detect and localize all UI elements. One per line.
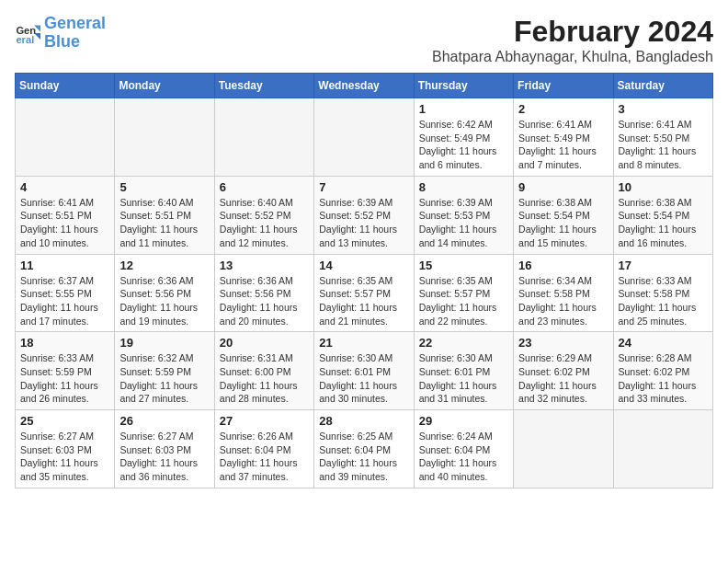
day-number: 20: [220, 336, 309, 350]
day-number: 5: [119, 180, 209, 194]
calendar-cell: [16, 98, 115, 177]
calendar-cell: 24Sunrise: 6:28 AM Sunset: 6:02 PM Dayli…: [613, 332, 712, 410]
day-number: 26: [119, 414, 209, 428]
day-number: 14: [319, 259, 408, 272]
day-number: 1: [419, 102, 508, 116]
title-block: February 2024 Bhatpara Abhaynagar, Khuln…: [432, 15, 713, 65]
calendar-cell: 23Sunrise: 6:29 AM Sunset: 6:02 PM Dayli…: [514, 332, 613, 410]
day-info: Sunrise: 6:30 AM Sunset: 6:01 PM Dayligh…: [419, 351, 508, 406]
calendar-cell: 19Sunrise: 6:32 AM Sunset: 5:59 PM Dayli…: [115, 332, 214, 410]
calendar-cell: 16Sunrise: 6:34 AM Sunset: 5:58 PM Dayli…: [514, 254, 613, 332]
header-sunday: Sunday: [16, 74, 115, 98]
day-number: 11: [20, 259, 109, 272]
calendar-cell: 29Sunrise: 6:24 AM Sunset: 6:04 PM Dayli…: [414, 410, 513, 488]
day-info: Sunrise: 6:35 AM Sunset: 5:57 PM Dayligh…: [319, 274, 408, 328]
calendar-week-1: 1Sunrise: 6:42 AM Sunset: 5:49 PM Daylig…: [16, 98, 713, 177]
calendar-cell: 18Sunrise: 6:33 AM Sunset: 5:59 PM Dayli…: [16, 332, 115, 410]
calendar-header: Sunday Monday Tuesday Wednesday Thursday…: [16, 74, 713, 98]
calendar-cell: 14Sunrise: 6:35 AM Sunset: 5:57 PM Dayli…: [314, 254, 414, 332]
day-info: Sunrise: 6:24 AM Sunset: 6:04 PM Dayligh…: [419, 430, 508, 484]
calendar-cell: [214, 98, 313, 177]
svg-marker-3: [34, 33, 40, 40]
day-info: Sunrise: 6:25 AM Sunset: 6:04 PM Dayligh…: [319, 430, 408, 484]
day-number: 12: [119, 259, 209, 272]
day-number: 28: [319, 414, 408, 428]
day-info: Sunrise: 6:37 AM Sunset: 5:55 PM Dayligh…: [20, 274, 109, 328]
calendar-body: 1Sunrise: 6:42 AM Sunset: 5:49 PM Daylig…: [16, 98, 713, 488]
header: Gen eral General Blue February 2024 Bhat…: [15, 15, 713, 65]
day-number: 24: [619, 336, 708, 350]
day-info: Sunrise: 6:40 AM Sunset: 5:52 PM Dayligh…: [220, 196, 309, 250]
day-info: Sunrise: 6:36 AM Sunset: 5:56 PM Dayligh…: [220, 274, 309, 328]
day-info: Sunrise: 6:33 AM Sunset: 5:58 PM Dayligh…: [619, 274, 708, 328]
calendar-cell: 17Sunrise: 6:33 AM Sunset: 5:58 PM Dayli…: [613, 254, 712, 332]
logo-icon: Gen eral: [15, 20, 40, 46]
svg-text:eral: eral: [16, 34, 34, 45]
calendar-table: Sunday Monday Tuesday Wednesday Thursday…: [15, 73, 713, 488]
day-number: 15: [419, 259, 508, 272]
day-info: Sunrise: 6:33 AM Sunset: 5:59 PM Dayligh…: [20, 351, 109, 406]
day-number: 9: [518, 180, 608, 194]
day-info: Sunrise: 6:40 AM Sunset: 5:51 PM Dayligh…: [119, 196, 209, 250]
header-friday: Friday: [514, 74, 613, 98]
calendar-week-2: 4Sunrise: 6:41 AM Sunset: 5:51 PM Daylig…: [16, 176, 713, 254]
calendar-week-3: 11Sunrise: 6:37 AM Sunset: 5:55 PM Dayli…: [16, 254, 713, 332]
day-number: 21: [319, 336, 408, 350]
calendar-cell: 3Sunrise: 6:41 AM Sunset: 5:50 PM Daylig…: [613, 98, 712, 177]
day-number: 3: [619, 102, 708, 116]
calendar-week-4: 18Sunrise: 6:33 AM Sunset: 5:59 PM Dayli…: [16, 332, 713, 410]
header-wednesday: Wednesday: [314, 74, 414, 98]
day-number: 17: [619, 259, 708, 272]
calendar-cell: 28Sunrise: 6:25 AM Sunset: 6:04 PM Dayli…: [314, 410, 414, 488]
day-info: Sunrise: 6:41 AM Sunset: 5:49 PM Dayligh…: [518, 118, 608, 172]
calendar-week-5: 25Sunrise: 6:27 AM Sunset: 6:03 PM Dayli…: [16, 410, 713, 488]
header-thursday: Thursday: [414, 74, 513, 98]
header-saturday: Saturday: [613, 74, 712, 98]
logo-line1: General: [44, 15, 106, 33]
day-number: 7: [319, 180, 408, 194]
calendar-cell: [314, 98, 414, 177]
day-number: 6: [220, 180, 309, 194]
day-info: Sunrise: 6:39 AM Sunset: 5:53 PM Dayligh…: [419, 196, 508, 250]
calendar-cell: 12Sunrise: 6:36 AM Sunset: 5:56 PM Dayli…: [115, 254, 214, 332]
calendar-cell: [115, 98, 214, 177]
header-monday: Monday: [115, 74, 214, 98]
logo: Gen eral General Blue: [15, 15, 106, 52]
calendar-cell: 5Sunrise: 6:40 AM Sunset: 5:51 PM Daylig…: [115, 176, 214, 254]
day-info: Sunrise: 6:26 AM Sunset: 6:04 PM Dayligh…: [220, 430, 309, 484]
calendar-cell: 4Sunrise: 6:41 AM Sunset: 5:51 PM Daylig…: [16, 176, 115, 254]
day-number: 25: [20, 414, 109, 428]
calendar-cell: [514, 410, 613, 488]
day-info: Sunrise: 6:36 AM Sunset: 5:56 PM Dayligh…: [119, 274, 209, 328]
calendar-cell: 9Sunrise: 6:38 AM Sunset: 5:54 PM Daylig…: [514, 176, 613, 254]
day-info: Sunrise: 6:32 AM Sunset: 5:59 PM Dayligh…: [119, 351, 209, 406]
calendar-cell: 1Sunrise: 6:42 AM Sunset: 5:49 PM Daylig…: [414, 98, 513, 177]
calendar-cell: 13Sunrise: 6:36 AM Sunset: 5:56 PM Dayli…: [214, 254, 313, 332]
day-info: Sunrise: 6:28 AM Sunset: 6:02 PM Dayligh…: [619, 351, 708, 406]
calendar-cell: 27Sunrise: 6:26 AM Sunset: 6:04 PM Dayli…: [214, 410, 313, 488]
day-number: 29: [419, 414, 508, 428]
page-subtitle: Bhatpara Abhaynagar, Khulna, Bangladesh: [432, 49, 713, 65]
calendar-cell: 20Sunrise: 6:31 AM Sunset: 6:00 PM Dayli…: [214, 332, 313, 410]
day-info: Sunrise: 6:42 AM Sunset: 5:49 PM Dayligh…: [419, 118, 508, 172]
day-number: 8: [419, 180, 508, 194]
page-title: February 2024: [432, 15, 713, 49]
day-number: 23: [518, 336, 608, 350]
day-info: Sunrise: 6:38 AM Sunset: 5:54 PM Dayligh…: [619, 196, 708, 250]
day-number: 22: [419, 336, 508, 350]
calendar-cell: 6Sunrise: 6:40 AM Sunset: 5:52 PM Daylig…: [214, 176, 313, 254]
day-info: Sunrise: 6:34 AM Sunset: 5:58 PM Dayligh…: [518, 274, 608, 328]
day-info: Sunrise: 6:41 AM Sunset: 5:51 PM Dayligh…: [20, 196, 109, 250]
calendar-cell: [613, 410, 712, 488]
logo-line2: Blue: [44, 33, 106, 52]
calendar-cell: 2Sunrise: 6:41 AM Sunset: 5:49 PM Daylig…: [514, 98, 613, 177]
day-number: 13: [220, 259, 309, 272]
day-info: Sunrise: 6:35 AM Sunset: 5:57 PM Dayligh…: [419, 274, 508, 328]
day-number: 16: [518, 259, 608, 272]
calendar-cell: 25Sunrise: 6:27 AM Sunset: 6:03 PM Dayli…: [16, 410, 115, 488]
calendar-cell: 7Sunrise: 6:39 AM Sunset: 5:52 PM Daylig…: [314, 176, 414, 254]
calendar-cell: 15Sunrise: 6:35 AM Sunset: 5:57 PM Dayli…: [414, 254, 513, 332]
day-number: 4: [20, 180, 109, 194]
calendar-cell: 8Sunrise: 6:39 AM Sunset: 5:53 PM Daylig…: [414, 176, 513, 254]
header-tuesday: Tuesday: [214, 74, 313, 98]
